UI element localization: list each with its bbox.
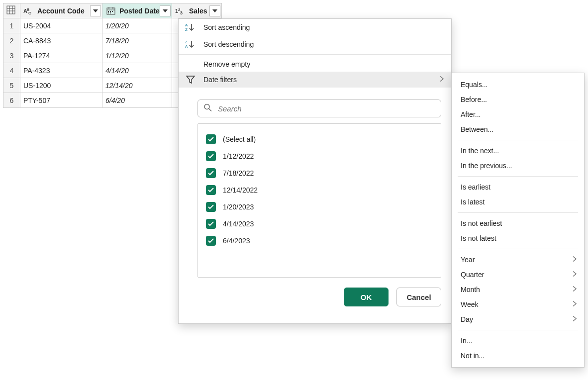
- sort-descending-item[interactable]: Z A Sort descending: [179, 36, 451, 55]
- cell-account[interactable]: PA-4323: [20, 63, 102, 78]
- checkbox-checked-icon[interactable]: [206, 219, 216, 229]
- filter-in-item[interactable]: In...: [452, 333, 584, 348]
- number-type-icon: 123: [175, 7, 186, 15]
- filter-value-label: (Select all): [223, 135, 256, 143]
- column-label: Posted Date: [119, 7, 160, 15]
- chevron-right-icon: [572, 271, 577, 279]
- column-filter-button[interactable]: [209, 5, 220, 16]
- date-filters-item[interactable]: Date filters: [179, 72, 451, 88]
- svg-text:A: A: [185, 23, 188, 27]
- menu-divider: [458, 140, 578, 140]
- filter-before-item[interactable]: Before...: [452, 92, 584, 107]
- column-label: Sales: [189, 7, 207, 15]
- filter-is-not-earliest-item[interactable]: Is not earliest: [452, 216, 584, 231]
- filter-value-item[interactable]: 1/20/2023: [198, 198, 441, 215]
- column-header-account-code[interactable]: ABC Account Code: [20, 3, 102, 18]
- filter-year-item[interactable]: Year: [452, 252, 584, 267]
- filter-is-latest-item[interactable]: Is latest: [452, 195, 584, 209]
- menu-divider: [458, 330, 578, 330]
- menu-item-label: Year: [461, 256, 475, 264]
- row-number: 1: [3, 18, 20, 33]
- filter-value-label: 4/14/2023: [223, 220, 254, 228]
- filter-in-next-item[interactable]: In the next...: [452, 143, 584, 158]
- ok-button[interactable]: OK: [344, 288, 389, 306]
- svg-text:3: 3: [180, 10, 183, 15]
- checkbox-checked-icon[interactable]: [206, 202, 216, 212]
- filter-between-item[interactable]: Between...: [452, 122, 584, 137]
- svg-marker-29: [187, 76, 195, 83]
- menu-item-label: Day: [461, 315, 473, 323]
- filter-value-item[interactable]: 12/14/2022: [198, 182, 441, 198]
- sort-ascending-item[interactable]: A Z Sort ascending: [179, 19, 451, 36]
- svg-rect-17: [110, 12, 111, 13]
- search-box: [197, 99, 441, 117]
- svg-text:Z: Z: [185, 27, 188, 32]
- column-header-posted-date[interactable]: Posted Date: [102, 3, 172, 18]
- checkbox-checked-icon[interactable]: [206, 185, 216, 195]
- column-label: Account Code: [37, 7, 85, 15]
- filter-value-label: 6/4/2023: [223, 237, 250, 245]
- svg-rect-15: [112, 11, 113, 12]
- cell-posted-date[interactable]: 1/20/20: [102, 18, 172, 33]
- filter-not-in-item[interactable]: Not in...: [452, 348, 584, 363]
- filter-month-item[interactable]: Month: [452, 282, 584, 297]
- filter-icon: [185, 75, 196, 84]
- filter-after-item[interactable]: After...: [452, 107, 584, 122]
- sort-ascending-icon: A Z: [185, 22, 196, 32]
- menu-item-label: Month: [461, 286, 480, 293]
- chevron-right-icon: [572, 315, 577, 324]
- menu-item-label: Week: [461, 300, 479, 308]
- checkbox-checked-icon[interactable]: [206, 134, 216, 144]
- date-filters-submenu: Equals... Before... After... Between... …: [451, 73, 585, 368]
- filter-equals-item[interactable]: Equals...: [452, 77, 584, 92]
- menu-divider: [458, 176, 578, 177]
- checkbox-checked-icon[interactable]: [206, 236, 216, 246]
- chevron-right-icon: [572, 286, 577, 294]
- checkbox-checked-icon[interactable]: [206, 168, 216, 178]
- cell-posted-date[interactable]: 6/4/20: [102, 93, 172, 108]
- filter-in-previous-item[interactable]: In the previous...: [452, 158, 584, 173]
- menu-item-label: Date filters: [203, 76, 237, 84]
- cell-account[interactable]: PA-1274: [20, 48, 102, 63]
- cell-account[interactable]: PTY-507: [20, 93, 102, 108]
- cell-account[interactable]: CA-8843: [20, 33, 102, 48]
- filter-value-item[interactable]: 1/12/2022: [198, 148, 441, 165]
- cell-account[interactable]: US-2004: [20, 18, 102, 33]
- filter-is-not-latest-item[interactable]: Is not latest: [452, 231, 584, 246]
- filter-value-item[interactable]: 4/14/2023: [198, 215, 441, 232]
- cell-account[interactable]: US-1200: [20, 78, 102, 93]
- svg-rect-0: [7, 6, 15, 14]
- remove-empty-item[interactable]: Remove empty: [179, 57, 451, 72]
- filter-value-select-all[interactable]: (Select all): [198, 131, 441, 148]
- row-number: 3: [3, 48, 20, 63]
- filter-value-item[interactable]: 6/4/2023: [198, 232, 441, 249]
- svg-marker-8: [93, 9, 98, 12]
- svg-text:C: C: [28, 11, 31, 15]
- search-input[interactable]: [197, 99, 441, 117]
- checkbox-checked-icon[interactable]: [206, 151, 216, 161]
- text-type-icon: ABC: [23, 7, 34, 15]
- column-filter-button[interactable]: [90, 5, 101, 16]
- chevron-right-icon: [439, 76, 444, 84]
- filter-value-label: 7/18/2022: [223, 169, 254, 177]
- cell-posted-date[interactable]: 7/18/20: [102, 33, 172, 48]
- cell-posted-date[interactable]: 12/14/20: [102, 78, 172, 93]
- filter-quarter-item[interactable]: Quarter: [452, 267, 584, 282]
- svg-text:Z: Z: [185, 40, 188, 44]
- column-header-sales[interactable]: 123 Sales: [172, 3, 222, 18]
- filter-week-item[interactable]: Week: [452, 297, 584, 312]
- filter-is-earliest-item[interactable]: Is earliest: [452, 180, 584, 195]
- sort-descending-icon: Z A: [185, 39, 196, 49]
- column-filter-button[interactable]: [160, 5, 171, 16]
- cell-posted-date[interactable]: 4/14/20: [102, 63, 172, 78]
- filter-value-item[interactable]: 7/18/2022: [198, 165, 441, 182]
- svg-rect-14: [110, 11, 111, 12]
- column-filter-panel: A Z Sort ascending Z A Sort descending R…: [178, 18, 452, 324]
- svg-line-31: [209, 109, 211, 111]
- filter-value-list[interactable]: (Select all) 1/12/2022 7/18/2022 12/14/2…: [197, 123, 441, 278]
- cell-posted-date[interactable]: 1/12/20: [102, 48, 172, 63]
- table-corner[interactable]: [3, 3, 20, 18]
- cancel-button[interactable]: Cancel: [396, 288, 441, 306]
- filter-day-item[interactable]: Day: [452, 312, 584, 327]
- menu-divider: [458, 249, 578, 249]
